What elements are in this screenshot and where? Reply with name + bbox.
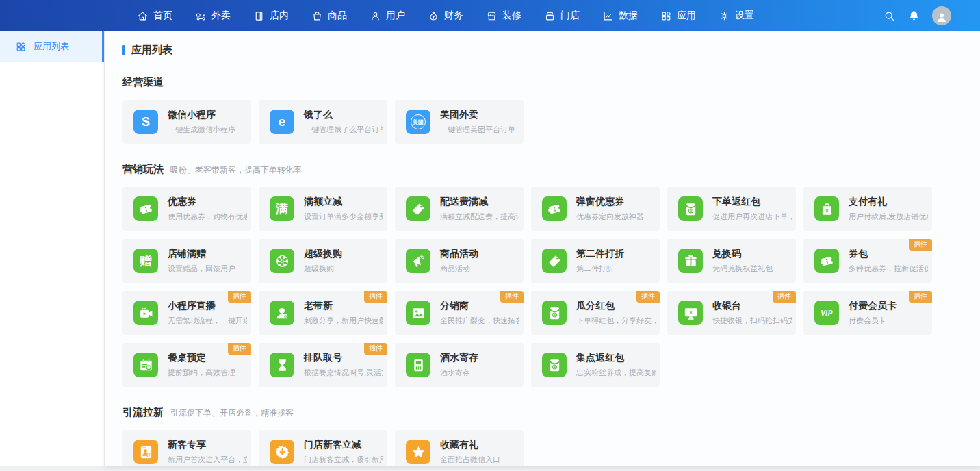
favorite-gift-icon (406, 440, 430, 464)
home-icon (137, 10, 149, 22)
user-avatar[interactable] (932, 6, 951, 25)
app-name: 第二件打折 (576, 248, 624, 259)
nav-item-users[interactable]: 用户 (370, 10, 405, 22)
nav-item-instore[interactable]: 店内 (253, 10, 289, 22)
nav-item-label: 店内 (270, 10, 289, 22)
app-desc: 用户付款后,发放店铺优惠券 (849, 212, 928, 222)
app-card[interactable]: 插件 老带新 刺激分享，新用户快速裂变 (259, 291, 387, 335)
app-card[interactable]: S 微信小程序 一键生成微信小程序 (122, 100, 251, 144)
app-name: 优惠券 (168, 196, 247, 207)
app-desc: 第二件打折 (576, 264, 624, 274)
apps-grid-icon (15, 41, 27, 53)
app-desc: 付费会员卡 (849, 316, 897, 326)
app-card[interactable]: 优惠券 使用优惠券，购物有优惠 (122, 187, 251, 231)
page-title: 应用列表 (122, 44, 980, 57)
app-name: 商品活动 (440, 248, 478, 259)
main-content: 应用列表 经营渠道 S 微信小程序 一键生成微信小程序 e 饿了么 一键管理饿了… (105, 31, 980, 466)
app-name: 美团外卖 (440, 109, 515, 120)
redeem-code-icon (678, 249, 703, 273)
nav-item-label: 装修 (502, 10, 521, 22)
nav-item-apps[interactable]: 应用 (660, 10, 696, 22)
stores-icon (544, 10, 556, 22)
nav-item-label: 数据 (619, 10, 638, 22)
section-title: 引流拉新 (122, 406, 164, 419)
app-name: 门店新客立减 (304, 439, 383, 450)
app-card[interactable]: 配送费满减 满额立减配送费，提高订... (395, 187, 524, 231)
nav-item-label: 首页 (153, 10, 172, 22)
nav-item-decorate[interactable]: 装修 (486, 10, 521, 22)
app-name: 酒水寄存 (440, 352, 478, 364)
app-card[interactable]: 超级换购 超级换购 (259, 239, 387, 283)
app-card[interactable]: 插件 瓜分红包 下单得红包，分享好友，... (531, 291, 660, 335)
plugin-badge: 插件 (364, 343, 387, 355)
app-name: 满额立减 (304, 196, 383, 207)
second-item-discount-icon (542, 249, 567, 273)
app-card[interactable]: 插件 小程序直播 无需繁琐流程，一键开通... (122, 291, 251, 335)
drink-storage-icon (406, 353, 430, 377)
app-card[interactable]: 插件 餐桌预定 提前预约，高效管理 (122, 343, 251, 387)
search-icon[interactable] (883, 10, 896, 23)
nav-item-goods[interactable]: 商品 (311, 10, 347, 22)
app-desc: 忠实粉丝养成，提高复购... (576, 368, 656, 378)
app-card[interactable]: 下单返红包 促进用户再次进店下单，... (667, 187, 796, 231)
app-desc: 一键管理美团平台订单 (440, 125, 515, 135)
app-name: 下单返红包 (712, 196, 792, 207)
app-desc: 无需繁琐流程，一键开通... (168, 316, 247, 326)
app-card[interactable]: 美团 美团外卖 一键管理美团平台订单 (395, 100, 524, 144)
app-card[interactable]: 插件 收银台 快捷收银，扫码枪扫码支付 (667, 291, 796, 335)
nav-right (883, 6, 980, 25)
app-desc: 促进用户再次进店下单，... (712, 212, 792, 222)
top-navbar: 首页 外卖 店内 商品 用户 财务 装修 门店 数据 应用 设置 (0, 0, 980, 31)
app-desc: 商品活动 (440, 264, 478, 274)
bell-icon[interactable] (907, 10, 920, 23)
app-desc: 刺激分享，新用户快速裂变 (304, 316, 383, 326)
app-desc: 下单得红包，分享好友，... (576, 316, 656, 326)
section-title: 营销玩法 (122, 163, 164, 176)
app-card[interactable]: 支付有礼 用户付款后,发放店铺优惠券 (803, 187, 932, 231)
app-card[interactable]: 新客专享 新用户首次进入平台，立... (122, 430, 251, 466)
app-name: 配送费满减 (440, 196, 519, 207)
delivery-fee-discount-icon (406, 196, 430, 221)
app-card[interactable]: 门店新客立减 门店新客立减，吸引新用... (259, 430, 387, 466)
new-customer-icon (133, 440, 158, 464)
section-subtitle: 引流促下单、开店必备，精准揽客 (170, 407, 294, 419)
app-grid: 优惠券 使用优惠券，购物有优惠 满 满额立减 设置订单满多少金额享受... 配送… (122, 187, 980, 387)
finance-icon (428, 10, 439, 22)
app-name: 微信小程序 (168, 109, 235, 120)
app-card[interactable]: 第二件打折 第二件打折 (531, 239, 660, 283)
nav-item-stores[interactable]: 门店 (544, 10, 580, 22)
app-card[interactable]: 收藏有礼 全面抢占微信入口 (395, 430, 524, 466)
decorate-icon (486, 10, 498, 22)
app-card[interactable]: 插件 VIP 付费会员卡 付费会员卡 (803, 291, 932, 335)
app-desc: 设置赠品，回馈用户 (168, 264, 235, 274)
apps-icon (660, 10, 672, 22)
app-card[interactable]: 满 满额立减 设置订单满多少金额享受... (259, 187, 387, 231)
nav-item-label: 应用 (677, 10, 696, 22)
app-card[interactable]: 插件 分销商 全民推广裂变，快速拓客... (395, 291, 524, 335)
app-card[interactable]: 酒水寄存 酒水寄存 (395, 343, 524, 387)
app-card[interactable]: 插件 券包 多种优惠券，拉新促活促... (803, 239, 932, 283)
nav-item-takeout[interactable]: 外卖 (195, 10, 231, 22)
coupon-pack-icon (814, 249, 839, 273)
nav-item-finance[interactable]: 财务 (428, 10, 463, 22)
app-desc: 新用户首次进入平台，立... (168, 455, 247, 465)
goods-icon (311, 10, 323, 22)
app-name: 收藏有礼 (440, 439, 500, 450)
section-subtitle: 吸粉、老客带新客，提高下单转化率 (170, 164, 302, 176)
app-card[interactable]: 商品活动 商品活动 (395, 239, 524, 283)
order-redpacket-icon (678, 196, 703, 221)
app-card[interactable]: 兑换码 凭码兑换权益礼包 (667, 239, 796, 283)
app-card[interactable]: 赠 店铺满赠 设置赠品，回馈用户 (122, 239, 251, 283)
app-card[interactable]: 集点返红包 忠实粉丝养成，提高复购... (531, 343, 660, 387)
nav-item-settings[interactable]: 设置 (719, 10, 754, 22)
app-card[interactable]: 弹窗优惠券 优惠券定向发放神器 (531, 187, 660, 231)
app-card[interactable]: e 饿了么 一键管理饿了么平台订单 (259, 100, 387, 144)
nav-item-label: 门店 (560, 10, 580, 22)
app-card[interactable]: 插件 排队取号 根据餐桌情况叫号,灵活方便 (259, 343, 387, 387)
product-activity-icon (406, 249, 430, 273)
sidebar-item-app-list[interactable]: 应用列表 (0, 31, 104, 62)
nav-item-data[interactable]: 数据 (602, 10, 638, 22)
nav-item-home[interactable]: 首页 (137, 10, 172, 22)
app-name: 店铺满赠 (168, 248, 235, 259)
meituan-icon: 美团 (406, 110, 430, 134)
